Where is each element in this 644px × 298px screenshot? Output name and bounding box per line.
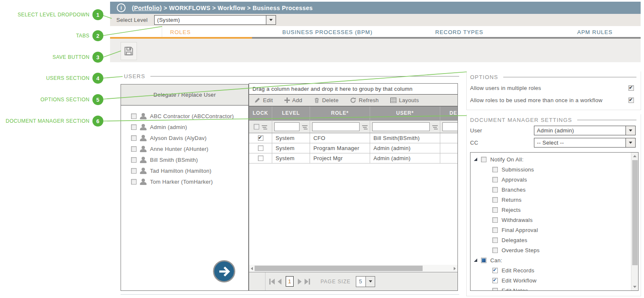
tree-checkbox[interactable] xyxy=(492,288,498,291)
column-header-lock[interactable]: LOCK xyxy=(249,106,272,121)
doc-manager-cc-dropdown[interactable]: -- Select -- xyxy=(534,138,636,148)
assign-arrow-button[interactable] xyxy=(213,260,235,282)
tree-label[interactable]: Edit Records xyxy=(502,267,534,274)
user-name[interactable]: Bill Smith (BSmith) xyxy=(150,157,198,163)
breadcrumb-portfolio-link[interactable]: (Portfolio) xyxy=(132,5,162,11)
user-name[interactable]: Tad Hamilton (Hamilton) xyxy=(150,168,211,174)
table-row[interactable]: System CFO Bill Smith(BSmith) xyxy=(249,133,457,143)
tree-label[interactable]: Can: xyxy=(490,257,502,264)
user-checkbox[interactable] xyxy=(131,124,137,130)
refresh-button[interactable]: Refresh xyxy=(350,97,379,103)
tree-checkbox[interactable] xyxy=(492,167,498,172)
user-filter-input[interactable] xyxy=(372,122,430,131)
column-header-delegate[interactable]: DEL xyxy=(440,106,458,121)
user-checkbox[interactable] xyxy=(131,146,137,152)
select-level-dropdown[interactable]: (System) xyxy=(154,15,276,25)
role-filter-input[interactable] xyxy=(312,122,360,131)
tree-label[interactable]: Final Approval xyxy=(502,227,538,233)
tree-label[interactable]: Edit Workflow xyxy=(502,277,536,284)
delegate-filter-input[interactable] xyxy=(442,122,458,131)
user-checkbox[interactable] xyxy=(131,179,137,185)
expander-icon[interactable] xyxy=(474,258,477,262)
tree-checkbox[interactable] xyxy=(492,177,498,182)
info-icon[interactable]: i xyxy=(117,3,126,12)
tree-checkbox[interactable] xyxy=(492,268,498,273)
dropdown-button[interactable] xyxy=(626,138,635,147)
tree-label[interactable]: Returns xyxy=(502,197,522,203)
horizontal-scrollbar[interactable] xyxy=(249,265,457,272)
filter-icon[interactable] xyxy=(432,124,438,129)
tree-checkbox[interactable] xyxy=(492,217,498,223)
filter-icon[interactable] xyxy=(362,124,368,129)
add-button[interactable]: Add xyxy=(284,97,302,103)
tree-label[interactable]: Rejects xyxy=(502,207,520,213)
tree-checkbox[interactable] xyxy=(492,187,498,193)
group-by-bar[interactable]: Drag a column header and drop it here to… xyxy=(249,84,457,95)
tree-checkbox[interactable] xyxy=(492,248,498,253)
scroll-down-icon[interactable] xyxy=(633,286,636,288)
save-button[interactable] xyxy=(121,42,137,60)
table-row[interactable]: System Program Manager Admin (admin) xyxy=(249,143,457,153)
tree-label[interactable]: Overdue Steps xyxy=(502,247,540,253)
dropdown-button[interactable] xyxy=(365,277,375,287)
previous-page-button[interactable] xyxy=(278,279,281,285)
tab-business-processes[interactable]: BUSINESS PROCESSES (BPM) xyxy=(282,29,373,35)
user-name[interactable]: Admin (admin) xyxy=(150,124,187,130)
table-row[interactable]: System Project Mgr Admin (admin) xyxy=(249,153,457,164)
column-header-role[interactable]: ROLE* xyxy=(310,106,370,121)
user-name[interactable]: Alyson Davis (AlyDav) xyxy=(150,135,207,141)
lock-checkbox[interactable] xyxy=(258,135,263,141)
roles-reuse-checkbox[interactable] xyxy=(628,98,634,103)
scrollbar-thumb[interactable] xyxy=(255,266,423,271)
tree-checkbox[interactable] xyxy=(481,157,486,162)
tree-checkbox[interactable] xyxy=(481,258,486,263)
next-page-button[interactable] xyxy=(298,279,302,285)
last-page-button[interactable] xyxy=(305,279,310,285)
dropdown-button[interactable] xyxy=(626,126,635,135)
tree-label[interactable]: Withdrawals xyxy=(502,217,533,223)
scroll-left-icon[interactable] xyxy=(251,267,253,270)
tab-apm-rules[interactable]: APM RULES xyxy=(577,29,612,35)
tree-label[interactable]: Edit Notes xyxy=(502,287,528,291)
tree-checkbox[interactable] xyxy=(492,278,498,283)
user-name[interactable]: Tom Harker (TomHarker) xyxy=(150,179,213,185)
user-checkbox[interactable] xyxy=(131,168,137,174)
scrollbar-thumb[interactable] xyxy=(632,160,638,265)
user-checkbox[interactable] xyxy=(131,135,137,141)
level-filter-input[interactable] xyxy=(274,122,300,131)
filter-icon[interactable] xyxy=(302,124,308,129)
multiple-roles-checkbox[interactable] xyxy=(628,85,634,91)
tree-checkbox[interactable] xyxy=(492,237,498,243)
first-page-button[interactable] xyxy=(269,279,275,285)
tree-checkbox[interactable] xyxy=(492,207,498,213)
edit-button[interactable]: Edit xyxy=(254,97,273,103)
doc-manager-user-dropdown[interactable]: Admin (admin) xyxy=(534,126,636,135)
tab-roles[interactable]: ROLES xyxy=(170,29,191,35)
user-checkbox[interactable] xyxy=(131,113,137,119)
user-name[interactable]: Anne Hunter (AHunter) xyxy=(150,146,208,152)
page-size-dropdown[interactable]: 5 xyxy=(356,276,375,287)
user-checkbox[interactable] xyxy=(131,157,137,163)
column-header-user[interactable]: USER* xyxy=(370,106,440,121)
scroll-up-icon[interactable] xyxy=(633,155,636,157)
lock-filter-checkbox[interactable] xyxy=(254,124,259,129)
tree-label[interactable]: Approvals xyxy=(502,177,527,183)
vertical-scrollbar[interactable] xyxy=(631,153,638,290)
lock-checkbox[interactable] xyxy=(258,156,263,161)
current-page-box[interactable]: 1 xyxy=(286,276,294,287)
tree-label[interactable]: Delegates xyxy=(502,237,527,243)
tab-record-types[interactable]: RECORD TYPES xyxy=(435,29,483,35)
tree-checkbox[interactable] xyxy=(492,197,498,203)
tree-checkbox[interactable] xyxy=(492,227,498,233)
expander-icon[interactable] xyxy=(474,158,477,161)
dropdown-button[interactable] xyxy=(266,16,276,24)
delete-button[interactable]: Delete xyxy=(314,97,339,103)
column-header-level[interactable]: LEVEL xyxy=(272,106,310,121)
tree-label[interactable]: Notify On All: xyxy=(490,156,523,163)
tree-label[interactable]: Submissions xyxy=(502,166,534,173)
tree-label[interactable]: Branches xyxy=(502,187,526,193)
layouts-button[interactable]: Layouts xyxy=(390,97,419,103)
user-name[interactable]: ABC Contractor (ABCContractor) xyxy=(150,113,234,119)
filter-icon[interactable] xyxy=(262,124,267,129)
lock-checkbox[interactable] xyxy=(258,145,263,151)
